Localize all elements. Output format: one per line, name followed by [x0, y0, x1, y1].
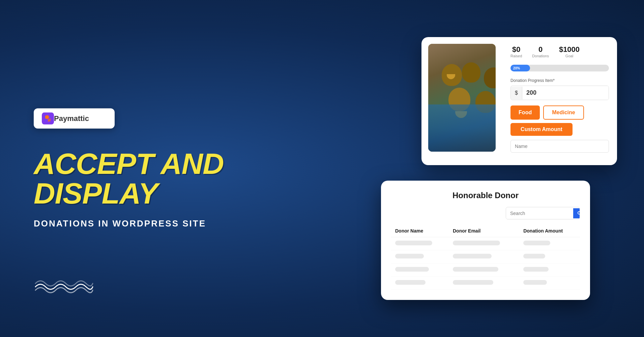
donations-value: 0 — [532, 45, 549, 54]
campaign-image — [428, 44, 496, 152]
svg-point-1 — [578, 211, 580, 214]
table-row — [391, 250, 580, 264]
skeleton-name — [395, 267, 429, 272]
search-icon — [577, 211, 580, 216]
raised-label: Raised — [510, 54, 522, 58]
donor-table: Donor Name Donor Email Donation Amount — [391, 225, 580, 290]
name-field[interactable] — [510, 140, 609, 153]
table-row — [391, 264, 580, 277]
table-row — [391, 277, 580, 290]
donation-form-card: $0 Raised 0 Donations $1000 Goal — [421, 37, 617, 165]
col-donation-amount: Donation Amount — [519, 225, 580, 237]
wave-decoration — [34, 278, 94, 297]
skeleton-amount — [523, 241, 550, 245]
header-row: Donor Name Donor Email Donation Amount — [391, 225, 580, 237]
form-content: $0 Raised 0 Donations $1000 Goal — [502, 37, 617, 165]
skeleton-email — [453, 254, 492, 258]
amount-input-row[interactable]: $ — [510, 86, 609, 100]
search-row: ▾ — [391, 207, 580, 219]
progress-container: 20% — [510, 65, 609, 71]
custom-amount-button[interactable]: Custom Amount — [510, 123, 573, 136]
right-content: $0 Raised 0 Donations $1000 Goal — [381, 37, 617, 300]
table-header: Donor Name Donor Email Donation Amount — [391, 225, 580, 237]
donation-type-buttons: Food Medicine — [510, 105, 609, 120]
search-input[interactable] — [506, 208, 573, 219]
cell-amount — [519, 250, 580, 264]
skeleton-name — [395, 241, 432, 245]
amount-input[interactable] — [522, 86, 609, 100]
cell-amount — [519, 237, 580, 250]
food-button[interactable]: Food — [510, 105, 540, 120]
col-donor-email: Donor Email — [449, 225, 519, 237]
currency-symbol: $ — [511, 87, 522, 99]
skeleton-email — [453, 267, 498, 272]
col-donor-name: Donor Name — [391, 225, 449, 237]
skeleton-amount — [523, 280, 547, 285]
table-body — [391, 237, 580, 290]
form-label: Donation Progress Item* — [510, 78, 609, 83]
donor-table-card: Honorable Donor ▾ Donor Name Donor Email — [381, 181, 590, 300]
cell-email — [449, 250, 519, 264]
raised-value: $0 — [510, 45, 522, 54]
table-row — [391, 237, 580, 250]
skeleton-email — [453, 280, 493, 285]
progress-bar-wrapper: 20% — [510, 65, 609, 71]
donations-label: Donations — [532, 54, 549, 58]
table-title: Honorable Donor — [391, 191, 580, 200]
stat-goal: $1000 Goal — [559, 45, 580, 58]
cell-name — [391, 250, 449, 264]
custom-amount-row: Custom Amount — [510, 123, 609, 140]
left-content: Paymattic ACCEPT AND DISPLAY DONATIONS I… — [34, 109, 236, 229]
goal-label: Goal — [559, 54, 580, 58]
cell-name — [391, 237, 449, 250]
stats-row: $0 Raised 0 Donations $1000 Goal — [510, 45, 609, 58]
main-heading: ACCEPT AND DISPLAY — [34, 149, 236, 208]
stat-raised: $0 Raised — [510, 45, 522, 58]
skeleton-amount — [523, 254, 545, 258]
skeleton-name — [395, 280, 426, 285]
cell-name — [391, 264, 449, 277]
search-button[interactable] — [573, 208, 580, 218]
logo-text: Paymattic — [54, 114, 89, 123]
cell-email — [449, 264, 519, 277]
cell-email — [449, 237, 519, 250]
progress-bar-fill: 20% — [510, 65, 530, 71]
paymattic-logo-icon — [42, 113, 54, 125]
progress-percent: 20% — [513, 66, 520, 70]
cell-name — [391, 277, 449, 290]
sub-heading: DONATIONS IN WORDPRESS SITE — [34, 218, 236, 229]
skeleton-amount — [523, 267, 549, 272]
stat-donations: 0 Donations — [532, 45, 549, 58]
cell-email — [449, 277, 519, 290]
cell-amount — [519, 277, 580, 290]
goal-value: $1000 — [559, 45, 580, 54]
skeleton-name — [395, 254, 424, 258]
search-container[interactable]: ▾ — [506, 207, 580, 219]
medicine-button[interactable]: Medicine — [543, 105, 584, 120]
cell-amount — [519, 264, 580, 277]
skeleton-email — [453, 241, 500, 245]
logo-container: Paymattic — [34, 109, 115, 129]
